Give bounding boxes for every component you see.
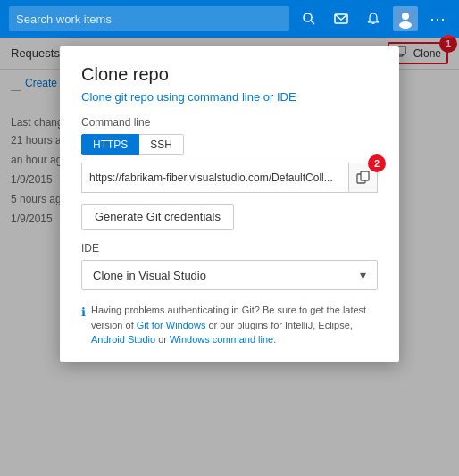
repo-url: https://fabrikam-fiber.visualstudio.com/… [82, 166, 348, 189]
info-text-4: . [273, 334, 276, 345]
info-text-3: or [155, 334, 170, 345]
clone-repo-modal: Clone repo Clone git repo using command … [60, 46, 399, 362]
windows-command-line-link[interactable]: Windows command line [170, 334, 273, 345]
search-input[interactable] [9, 6, 289, 31]
modal-overlay: Clone repo Clone git repo using command … [0, 38, 459, 476]
svg-point-4 [402, 13, 409, 20]
copy-url-button[interactable]: 2 [348, 163, 377, 192]
ide-dropdown[interactable]: Clone in Visual Studio ▾ [81, 260, 378, 290]
user-avatar[interactable] [393, 6, 418, 31]
svg-point-0 [304, 13, 312, 21]
badge-2: 2 [368, 154, 386, 172]
content-area: Requests ⑂ Fork Clone 1 [0, 38, 459, 476]
info-text-2: or our plugins for IntelliJ, Eclipse, [205, 320, 352, 330]
svg-rect-9 [361, 171, 369, 180]
tab-ssh[interactable]: SSH [139, 134, 184, 155]
chevron-down-icon: ▾ [360, 268, 366, 282]
top-bar: ⋯ [0, 0, 459, 38]
tab-https[interactable]: HTTPS [81, 134, 139, 155]
bell-icon[interactable] [361, 6, 386, 31]
modal-subtitle: Clone git repo using command line or IDE [81, 90, 378, 104]
modal-title: Clone repo [81, 64, 378, 85]
command-line-label: Command line [81, 116, 378, 129]
protocol-tabs: HTTPS SSH [81, 134, 378, 155]
git-for-windows-link[interactable]: Git for Windows [137, 320, 206, 330]
mail-icon[interactable] [329, 6, 354, 31]
info-section: ℹ Having problems authenticating in Git?… [81, 303, 378, 347]
url-row: https://fabrikam-fiber.visualstudio.com/… [81, 163, 378, 193]
ide-option-label: Clone in Visual Studio [93, 269, 206, 282]
svg-point-5 [399, 21, 412, 29]
generate-git-credentials-button[interactable]: Generate Git credentials [81, 204, 234, 230]
info-icon: ℹ [81, 304, 86, 347]
svg-line-1 [311, 21, 314, 24]
info-content: Having problems authenticating in Git? B… [91, 303, 378, 347]
search-icon[interactable] [296, 6, 321, 31]
ide-label: IDE [81, 242, 378, 255]
more-icon[interactable]: ⋯ [425, 6, 450, 31]
android-studio-link[interactable]: Android Studio [91, 334, 155, 345]
